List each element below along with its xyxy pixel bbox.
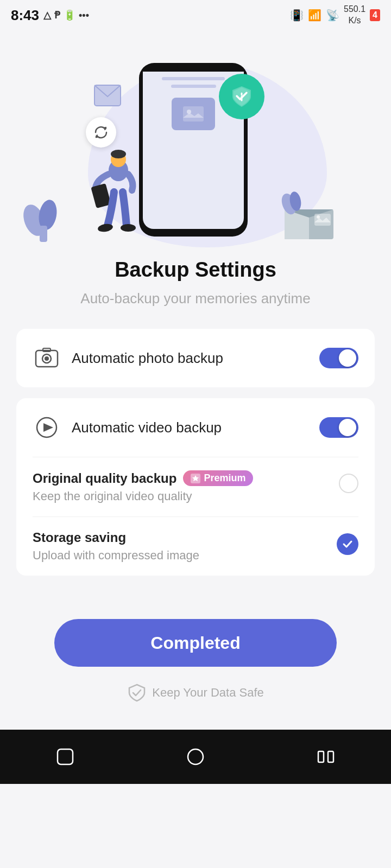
premium-badge: Premium [183,470,253,486]
svg-marker-23 [192,475,199,481]
storage-saving-title: Storage saving [33,530,328,545]
phone-line-2 [171,85,216,88]
p-icon: Ᵽ [54,9,60,21]
plant-left-icon [23,188,67,242]
page-title: Backup Settings [16,258,375,282]
premium-badge-text: Premium [204,473,245,484]
svg-point-25 [188,749,203,764]
svg-rect-1 [183,106,204,122]
phone-line-1 [162,77,225,80]
data-safe-text: Keep Your Data Safe [152,686,264,700]
video-backup-row: Automatic video backup [16,398,375,457]
nav-recent-button[interactable] [310,741,342,773]
svg-rect-16 [40,226,47,242]
svg-point-20 [45,356,49,361]
main-content: Backup Settings Auto-backup your memorie… [0,258,391,703]
storage-saving-row[interactable]: Storage saving Upload with compressed im… [16,517,375,576]
photo-backup-card: Automatic photo backup [16,329,375,387]
signal-icon: 📡 [326,9,339,22]
premium-icon [191,474,200,483]
hero-section [0,30,391,258]
video-backup-card: Automatic video backup Original quality … [16,398,375,576]
original-quality-text: Original quality backup Premium Keep the… [33,470,330,503]
nav-home-button[interactable] [179,741,212,773]
triangle-icon: △ [43,9,51,21]
video-backup-label: Automatic video backup [72,419,308,436]
video-backup-toggle-thumb [339,419,356,436]
wifi-icon: 📶 [308,9,321,22]
photo-backup-row: Automatic photo backup [16,329,375,387]
shield-badge-icon [219,74,264,119]
svg-point-5 [111,150,126,158]
status-icons: △ Ᵽ 🔋 ••• [43,9,89,21]
photo-backup-label: Automatic photo backup [72,350,308,367]
completed-button[interactable]: Completed [54,619,337,667]
speed-text: 550.1 K/s [344,4,365,27]
battery-indicator: 4 [370,9,380,21]
nav-back-button[interactable] [49,741,81,773]
completed-button-label: Completed [150,633,240,653]
svg-rect-26 [318,751,324,762]
spacer [16,586,375,619]
photo-backup-text: Automatic photo backup [72,350,308,367]
nav-bar [0,730,391,784]
sync-icon [86,117,116,148]
vibrate-icon: 📳 [290,9,304,22]
status-left: 8:43 △ Ᵽ 🔋 ••• [11,7,89,24]
box-figure [279,188,344,242]
svg-rect-27 [328,751,333,762]
status-right: 📳 📶 📡 550.1 K/s 4 [290,4,380,27]
phone-notch [177,65,210,71]
data-safe-icon [127,683,147,703]
storage-saving-text: Storage saving Upload with compressed im… [33,530,328,563]
original-quality-title: Original quality backup Premium [33,470,330,486]
video-backup-text: Automatic video backup [72,419,308,436]
svg-rect-6 [91,183,111,208]
original-quality-desc: Keep the original video quality [33,489,330,503]
photo-backup-icon [33,344,61,372]
battery-save-icon: 🔋 [64,9,75,21]
video-backup-toggle[interactable] [319,417,358,438]
svg-marker-22 [43,423,53,432]
person-figure [86,150,151,237]
status-bar: 8:43 △ Ᵽ 🔋 ••• 📳 📶 📡 550.1 K/s 4 [0,0,391,30]
video-backup-icon [33,413,61,442]
phone-image [172,98,215,130]
photo-backup-toggle[interactable] [319,348,358,368]
original-quality-row[interactable]: Original quality backup Premium Keep the… [16,457,375,516]
storage-saving-desc: Upload with compressed image [33,548,328,563]
status-time: 8:43 [11,7,39,24]
storage-saving-check[interactable] [337,533,358,555]
svg-point-8 [121,224,136,232]
svg-rect-24 [58,749,73,764]
envelope-icon [94,85,121,106]
data-safe-footer: Keep Your Data Safe [16,683,375,703]
photo-backup-toggle-thumb [339,349,356,367]
page-subtitle: Auto-backup your memories anytime [16,290,375,307]
original-quality-radio[interactable] [339,474,358,493]
dots-icon: ••• [79,10,89,21]
